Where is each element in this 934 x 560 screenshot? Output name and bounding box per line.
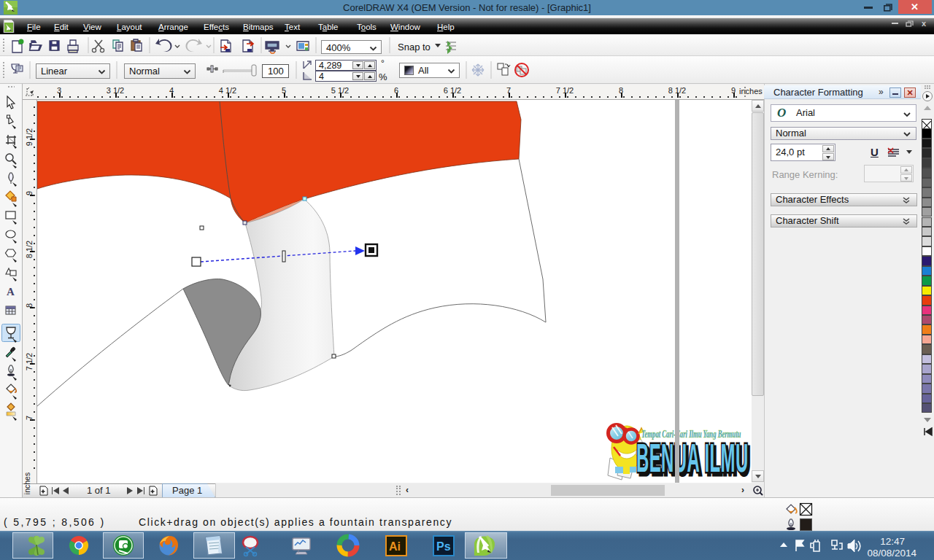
svg-text:°: ° [381,58,385,69]
svg-text:12:47: 12:47 [880,536,905,547]
svg-text:Ps: Ps [436,540,451,553]
svg-text:%: % [379,71,387,82]
svg-text:Ai: Ai [389,540,401,553]
svg-text:A: A [7,286,15,298]
svg-text:BENUA ILMU: BENUA ILMU [636,436,749,481]
svg-text:08/08/2014: 08/08/2014 [867,548,916,559]
